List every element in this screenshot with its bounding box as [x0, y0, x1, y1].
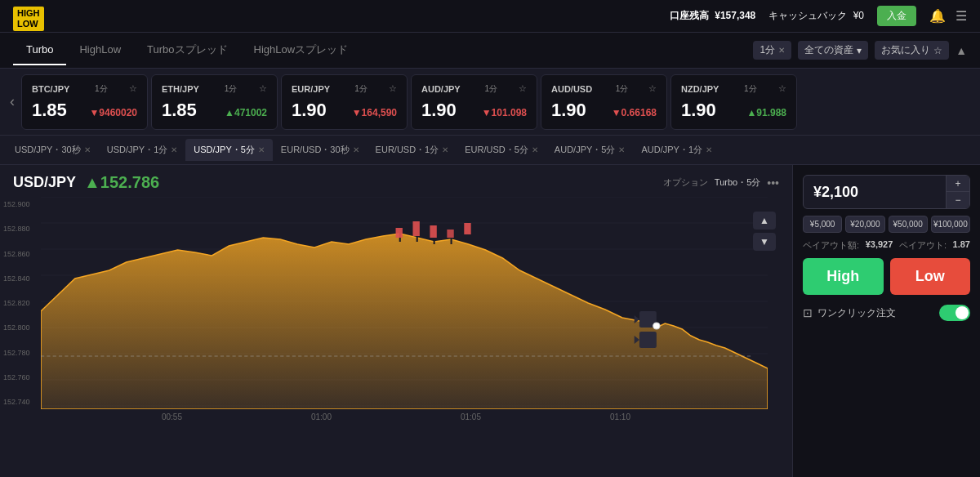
asset-card-ethjpy[interactable]: ETH/JPY 1分 ☆ 1.85 ▲471002: [151, 74, 278, 130]
chart-up-button[interactable]: ▲: [753, 212, 776, 230]
chart-tab-eurusd-1m[interactable]: EUR/USD・1分 ✕: [368, 139, 457, 161]
chart-symbol: USD/JPY: [13, 174, 76, 191]
chart-options: オプション Turbo・5分 •••: [663, 176, 779, 189]
fav-filter[interactable]: お気に入り ☆: [875, 41, 949, 60]
nav-right: 1分 ✕ 全ての資産 ▾ お気に入り ☆ ▲: [753, 41, 967, 60]
chart-tab-eurusd-30s[interactable]: EUR/USD・30秒 ✕: [273, 139, 368, 161]
time-filter[interactable]: 1分 ✕: [753, 41, 791, 60]
star-icon[interactable]: ☆: [519, 83, 527, 94]
svg-rect-14: [396, 228, 403, 238]
tab-highlow[interactable]: HighLow: [66, 35, 134, 65]
toggle-knob: [956, 306, 969, 319]
logo: HIGHLOW: [13, 7, 44, 31]
chart-price: ▲152.786: [84, 173, 159, 192]
close-tab-icon[interactable]: ✕: [84, 145, 91, 154]
amount-controls: + −: [946, 176, 969, 208]
tab-highlow-spread[interactable]: HighLowスプレッド: [241, 34, 362, 67]
nav-tabs: Turbo HighLow Turboスプレッド HighLowスプレッド 1分…: [0, 33, 980, 69]
tab-turbo[interactable]: Turbo: [13, 35, 66, 65]
asset-card-eurjpy[interactable]: EUR/JPY 1分 ☆ 1.90 ▼164,590: [281, 74, 408, 130]
svg-rect-17: [447, 230, 453, 238]
asset-card-btcjpy[interactable]: BTC/JPY 1分 ☆ 1.85 ▼9460020: [21, 74, 148, 130]
chart-tab-eurusd-5m[interactable]: EUR/USD・5分 ✕: [457, 139, 546, 161]
chart-header: USD/JPY ▲152.786 オプション Turbo・5分 •••: [0, 173, 792, 197]
star-icon[interactable]: ☆: [778, 83, 786, 94]
chart-area: USD/JPY ▲152.786 オプション Turbo・5分 ••• 152.…: [0, 165, 792, 477]
quick-amount-100000[interactable]: ¥100,000: [931, 216, 970, 233]
cashback-label: キャッシュバック ¥0: [768, 9, 864, 23]
menu-icon[interactable]: ☰: [956, 8, 967, 24]
payout-amount-value: ¥3,927: [866, 239, 893, 252]
low-button[interactable]: Low: [890, 258, 971, 295]
bell-icon[interactable]: 🔔: [929, 8, 946, 24]
chart-tab-usdjpy-1m[interactable]: USD/JPY・1分 ✕: [99, 139, 186, 161]
chart-down-button[interactable]: ▼: [753, 233, 776, 251]
quick-amount-20000[interactable]: ¥20,000: [845, 216, 884, 233]
chart-tab-usdjpy-30s[interactable]: USD/JPY・30秒 ✕: [7, 139, 99, 161]
asset-filter[interactable]: 全ての資産 ▾: [798, 41, 868, 60]
star-icon[interactable]: ☆: [648, 83, 657, 94]
chevron-down-icon: ▾: [857, 45, 862, 56]
svg-rect-16: [430, 225, 436, 238]
collapse-button[interactable]: ▲: [956, 44, 967, 57]
header-icons: 🔔 ☰: [929, 8, 967, 24]
hl-buttons: High Low: [803, 258, 970, 295]
amount-value: ¥2,100: [804, 177, 946, 207]
quick-amount-5000[interactable]: ¥5,000: [803, 216, 842, 233]
cursor-icon: ⊡: [803, 306, 813, 319]
one-click-label: ⊡ ワンクリック注文: [803, 306, 896, 320]
scroll-left-arrow[interactable]: ‹: [7, 93, 18, 110]
deposit-button[interactable]: 入金: [877, 6, 916, 26]
high-button[interactable]: High: [803, 258, 884, 295]
balance-label: 口座残高 ¥157,348: [670, 9, 755, 23]
svg-rect-15: [412, 221, 419, 236]
header: HIGHLOW 口座残高 ¥157,348 キャッシュバック ¥0 入金 🔔 ☰: [0, 0, 980, 33]
amount-decrement-button[interactable]: −: [947, 192, 969, 208]
price-axis: 152.900 152.880 152.860 152.840 152.820 …: [0, 197, 41, 409]
quick-amounts: ¥5,000 ¥20,000 ¥50,000 ¥100,000: [803, 216, 970, 233]
one-click-toggle[interactable]: [939, 305, 970, 321]
close-tab-icon[interactable]: ✕: [706, 145, 712, 154]
star-icon: ☆: [933, 45, 942, 56]
chart-tab-usdjpy-5m[interactable]: USD/JPY・5分 ✕: [185, 139, 273, 161]
amount-increment-button[interactable]: +: [947, 176, 969, 192]
close-tab-icon[interactable]: ✕: [442, 145, 448, 154]
logo-text: HIGHLOW: [13, 7, 44, 31]
asset-card-audjpy[interactable]: AUD/JPY 1分 ☆ 1.90 ▼101.098: [411, 74, 537, 130]
chart-menu-button[interactable]: •••: [767, 176, 779, 189]
svg-rect-18: [464, 223, 470, 234]
close-tab-icon[interactable]: ✕: [532, 145, 538, 154]
star-icon[interactable]: ☆: [259, 83, 267, 94]
one-click-row: ⊡ ワンクリック注文: [803, 301, 970, 324]
chart-time-axis: 00:55 01:00 01:05 01:10: [0, 409, 792, 421]
chart-svg-container: 152.900 152.880 152.860 152.840 152.820 …: [0, 197, 792, 409]
chart-tab-audjpy-1m[interactable]: AUD/JPY・1分 ✕: [633, 139, 720, 161]
chart-tabs: USD/JPY・30秒 ✕ USD/JPY・1分 ✕ USD/JPY・5分 ✕ …: [0, 136, 980, 165]
amount-row: ¥2,100 + −: [803, 175, 970, 209]
chart-tab-audjpy-5m[interactable]: AUD/JPY・5分 ✕: [546, 139, 634, 161]
payout-row: ペイアウト額: ¥3,927 ペイアウト: 1.87: [803, 239, 970, 252]
asset-cards: ‹ BTC/JPY 1分 ☆ 1.85 ▼9460020 ETH/JPY 1分 …: [0, 69, 980, 136]
main-content: USD/JPY ▲152.786 オプション Turbo・5分 ••• 152.…: [0, 165, 980, 477]
close-tab-icon[interactable]: ✕: [353, 145, 359, 154]
tab-turbo-spread[interactable]: Turboスプレッド: [134, 34, 240, 67]
payout-amount-label: ペイアウト額:: [803, 239, 859, 252]
payout-ratio-label: ペイアウト:: [899, 239, 947, 252]
asset-card-nzdjpy[interactable]: NZD/JPY 1分 ☆ 1.90 ▲91.988: [670, 74, 797, 130]
chart-svg: [41, 197, 768, 409]
close-tab-icon[interactable]: ✕: [618, 145, 625, 154]
trading-panel: ¥2,100 + − ¥5,000 ¥20,000 ¥50,000 ¥100,0…: [792, 165, 980, 477]
svg-point-24: [653, 323, 660, 329]
quick-amount-50000[interactable]: ¥50,000: [889, 216, 928, 233]
close-tab-icon[interactable]: ✕: [171, 145, 177, 154]
asset-card-audusd[interactable]: AUD/USD 1分 ☆ 1.90 ▼0.66168: [541, 74, 667, 130]
close-tab-icon[interactable]: ✕: [258, 145, 265, 154]
star-icon[interactable]: ☆: [129, 83, 137, 94]
payout-ratio-value: 1.87: [953, 239, 970, 252]
star-icon[interactable]: ☆: [389, 83, 397, 94]
svg-rect-22: [639, 332, 657, 348]
time-filter-close[interactable]: ✕: [778, 46, 785, 55]
